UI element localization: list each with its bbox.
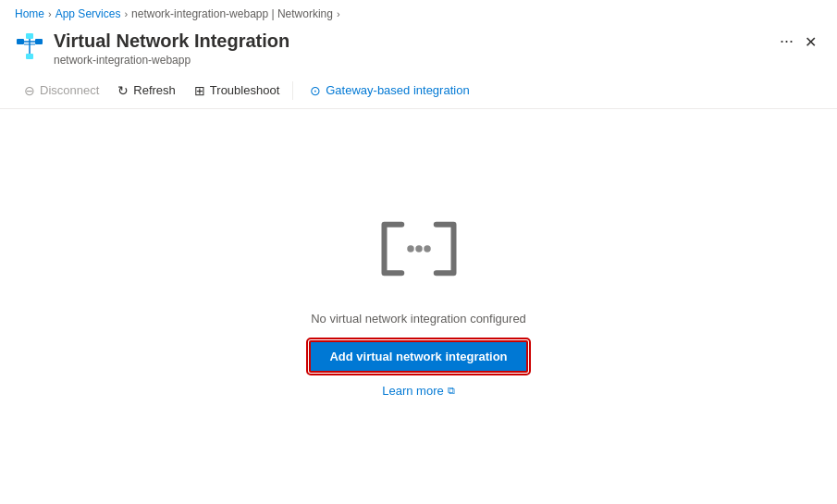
svg-point-10 [407, 245, 414, 252]
panel-header: Virtual Network Integration network-inte… [0, 24, 837, 72]
external-link-icon: ⧉ [448, 385, 455, 397]
svg-point-12 [424, 245, 431, 252]
content-area: No virtual network integration configure… [0, 109, 837, 495]
toolbar-divider [292, 81, 293, 100]
panel-subtitle: network-integration-webapp [54, 54, 774, 67]
toolbar: ⊖ Disconnect ↻ Refresh ⊞ Troubleshoot ⊙ … [0, 72, 837, 109]
troubleshoot-button[interactable]: ⊞ Troubleshoot [185, 76, 289, 105]
learn-more-label: Learn more [382, 384, 443, 398]
disconnect-icon: ⊖ [24, 83, 35, 98]
breadcrumb-sep-1: › [48, 8, 52, 19]
no-config-text: No virtual network integration configure… [311, 312, 526, 326]
svg-rect-1 [35, 39, 43, 44]
svg-rect-0 [17, 39, 24, 44]
breadcrumb-app-services[interactable]: App Services [55, 7, 121, 20]
panel-title-block: Virtual Network Integration network-inte… [54, 30, 774, 67]
learn-more-link[interactable]: Learn more ⧉ [382, 384, 454, 398]
vnet-panel-icon [15, 31, 44, 61]
svg-rect-2 [26, 33, 33, 39]
refresh-button[interactable]: ↻ Refresh [108, 76, 185, 105]
breadcrumb-sep-3: › [337, 8, 340, 19]
troubleshoot-icon: ⊞ [194, 83, 205, 98]
empty-state-illustration [363, 207, 474, 293]
svg-rect-3 [26, 54, 33, 59]
gateway-label: Gateway-based integration [326, 83, 469, 97]
ellipsis-button[interactable]: ··· [774, 30, 799, 53]
svg-point-11 [415, 245, 423, 252]
breadcrumb-sep-2: › [124, 8, 128, 19]
breadcrumb-current: network-integration-webapp | Networking [131, 7, 333, 20]
add-vnet-button[interactable]: Add virtual network integration [309, 340, 527, 373]
troubleshoot-label: Troubleshoot [210, 83, 279, 97]
close-button[interactable]: ✕ [799, 30, 822, 55]
disconnect-label: Disconnect [40, 83, 99, 97]
breadcrumb-home[interactable]: Home [15, 7, 44, 20]
panel-title: Virtual Network Integration [54, 30, 774, 52]
refresh-icon: ↻ [117, 83, 129, 98]
gateway-icon: ⊙ [310, 83, 321, 98]
gateway-link[interactable]: ⊙ Gateway-based integration [301, 78, 478, 104]
refresh-label: Refresh [133, 83, 176, 97]
breadcrumb: Home › App Services › network-integratio… [0, 0, 837, 24]
disconnect-button[interactable]: ⊖ Disconnect [15, 76, 108, 105]
